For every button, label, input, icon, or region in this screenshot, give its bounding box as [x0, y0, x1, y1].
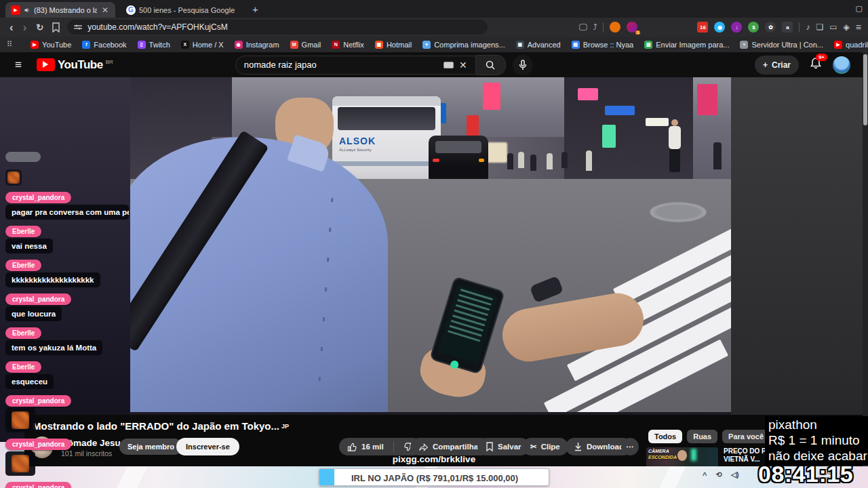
bookmark-item[interactable]: ▤ Browse :: Nyaa — [572, 41, 634, 49]
extension-adblock-icon[interactable] — [610, 22, 620, 33]
tab-close-icon[interactable]: ✕ — [100, 5, 110, 15]
voice-search-button[interactable] — [513, 55, 533, 75]
notification-badge: 9+ — [816, 54, 827, 61]
bookmark-item[interactable]: ▶ YouTube — [31, 41, 71, 49]
back-button[interactable]: ‹ — [9, 22, 14, 33]
bookmark-favicon: ▦ — [375, 41, 383, 49]
account-avatar[interactable] — [833, 56, 850, 74]
apps-grid-icon[interactable]: ⠿ — [7, 40, 12, 49]
tab-youtube[interactable]: ▶ (83) Mostrando o lado "ERRA... ✕ — [5, 2, 115, 18]
reload-button[interactable]: ↻ — [36, 23, 43, 32]
pedestrian — [713, 142, 722, 169]
address-bar[interactable]: youtube.com/watch?v=APFOHKujCsM — [67, 20, 488, 35]
stream-timer: 08:41:15 — [758, 461, 868, 487]
filter-chip[interactable]: Todos — [648, 430, 682, 443]
bookmark-item[interactable]: X Home / X — [181, 41, 224, 49]
subscribe-button[interactable]: Inscrever-se — [176, 438, 239, 455]
bookmark-favicon: N — [332, 41, 340, 49]
scrollbar-thumb[interactable] — [863, 54, 867, 125]
youtube-logo[interactable]: YouTube BR — [37, 58, 113, 72]
extension-icon[interactable]: ◉ — [714, 22, 725, 33]
bookmark-favicon: ♥ — [422, 41, 431, 49]
chat-message: crystal_pandora pagar pra conversa com u… — [5, 192, 134, 220]
search-button[interactable] — [476, 55, 506, 75]
video-player[interactable]: 水店 ALSOK ALLways Security — [130, 77, 731, 412]
bookmark-item[interactable]: ▯ Twitch — [138, 41, 170, 49]
site-settings-icon[interactable] — [74, 24, 82, 30]
chat-bubble: tem os yakuza lá Motta — [5, 340, 102, 355]
bookmark-item[interactable]: ♥ Comprima imagens... — [422, 41, 505, 49]
donation-site-text: pixgg.com/brkklive — [298, 454, 570, 464]
clip-button[interactable]: ✂ Clipe — [522, 438, 568, 455]
filter-chip[interactable]: Ruas — [687, 430, 717, 443]
chat-username-badge: Eberlle — [5, 226, 41, 237]
tab-google-search[interactable]: G 500 ienes - Pesquisa Google — [121, 2, 245, 18]
filter-chip[interactable]: Para você — [722, 430, 770, 443]
thumbnail-caption: CÂMERA — [648, 449, 669, 453]
bookmark-item[interactable]: ▧ Enviar Imagem para... — [644, 41, 729, 49]
download-icon — [574, 442, 583, 451]
window-controls-icon[interactable]: ▢ — [856, 4, 863, 13]
tray-chevron-icon[interactable]: ^ — [703, 471, 707, 479]
search-box[interactable]: ✕ — [235, 56, 476, 75]
pedestrian — [518, 152, 524, 168]
side-panel-icon[interactable]: ❏ — [816, 22, 823, 32]
music-panel-icon[interactable]: ♪ — [806, 22, 810, 32]
bookmark-favicon: ◉ — [235, 41, 243, 49]
mic-icon — [518, 60, 528, 70]
extension-icon[interactable]: ✿ — [765, 22, 776, 33]
chat-bubble: · — [5, 152, 41, 162]
bookmark-item[interactable]: ◉ Instagram — [235, 41, 279, 49]
search-input[interactable] — [244, 60, 438, 70]
new-tab-button[interactable]: + — [252, 3, 258, 15]
more-actions-button[interactable]: ⋯ — [621, 438, 639, 455]
thumbs-up-icon[interactable] — [347, 442, 357, 452]
extension-triangle-icon[interactable]: 1 — [627, 22, 637, 33]
search-icon — [485, 60, 496, 70]
bookmark-item[interactable]: ≈ Servidor Ultra | Con... — [740, 41, 823, 49]
share-icon[interactable]: ⤴ — [593, 22, 597, 32]
save-bookmark-icon — [486, 442, 494, 451]
extension-icon[interactable]: $ — [748, 22, 759, 33]
chat-message: crystal_pandora que loucura — [5, 293, 134, 321]
search-area: ✕ — [235, 55, 533, 75]
chat-bubble: esqueceu — [5, 374, 54, 389]
bookmark-item[interactable]: ▶ quadrilogia dedadã... — [834, 41, 868, 49]
bookmarks-bar: ⠿ ▶ YouTube f Facebook ▯ Twitch — [0, 37, 868, 52]
keyboard-icon[interactable] — [443, 62, 454, 68]
browser-menu-icon[interactable]: ≡ — [856, 22, 861, 33]
create-button[interactable]: + Criar — [755, 56, 799, 75]
chat-username-badge: crystal_pandora — [5, 293, 71, 305]
extension-icon[interactable]: 16 — [697, 22, 708, 33]
chat-bubble: kkkkkkkkkkkkkkkkkkk — [5, 272, 100, 287]
cast-icon[interactable]: 🖵 — [579, 22, 587, 32]
bookmark-icon[interactable] — [52, 22, 60, 33]
extension-icon[interactable]: ↓ — [731, 22, 742, 33]
bookmark-item[interactable]: M Gmail — [290, 41, 321, 49]
thumbnail-light — [691, 449, 696, 461]
bookmark-favicon: ▯ — [138, 41, 146, 49]
bookmark-item[interactable]: ▣ Advanced — [516, 41, 561, 49]
forward-button[interactable]: › — [23, 22, 27, 33]
bookmark-item[interactable]: f Facebook — [82, 41, 126, 49]
extension-icon[interactable]: a — [782, 22, 793, 33]
shield-icon[interactable]: ◈ — [844, 22, 850, 32]
masthead-right: + Criar 9+ — [755, 56, 868, 75]
donation-goal-bar: IRL NO JAPÃO (R$ 791,01/R$ 15.000,00) — [319, 468, 549, 486]
guide-menu-icon[interactable]: ≡ — [15, 58, 22, 72]
divider — [393, 441, 394, 452]
bookmark-favicon: ▶ — [31, 41, 39, 49]
wallet-icon[interactable]: ▭ — [829, 22, 837, 32]
chat-message: crystal_pandora — [5, 395, 134, 432]
tab-audio-icon[interactable] — [24, 7, 31, 14]
bookmark-item[interactable]: N Netflix — [332, 41, 364, 49]
youtube-play-icon — [37, 58, 55, 71]
like-count[interactable]: 16 mil — [361, 443, 384, 451]
notifications-button[interactable]: 9+ — [810, 57, 822, 73]
bookmark-item[interactable]: ▦ Hotmail — [375, 41, 412, 49]
clear-search-icon[interactable]: ✕ — [459, 60, 467, 70]
tray-volume-icon[interactable]: ◁) — [731, 470, 739, 479]
chat-message: Eberlle kkkkkkkkkkkkkkkkkkk — [5, 260, 134, 287]
tray-sync-icon[interactable]: ⟲ — [715, 470, 722, 479]
thumbnail-caption: ESCONDIDA — [648, 455, 677, 460]
